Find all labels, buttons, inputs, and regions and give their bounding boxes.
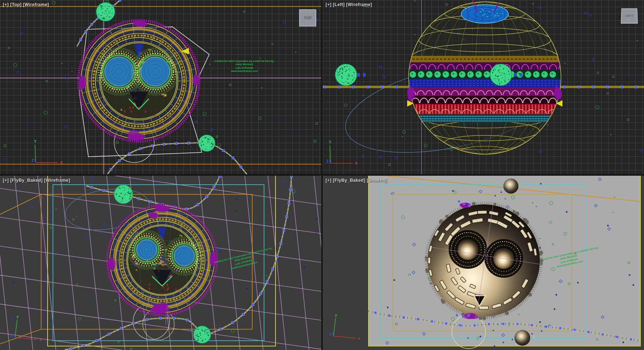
viewport-label[interactable]: [+][Left][Wireframe]	[326, 2, 374, 7]
viewport-camera-wireframe[interactable]: yxz [+][FlyBy_Baked][Wireframe] Created …	[0, 176, 321, 350]
viewport-menu-icon[interactable]: [+]	[326, 178, 332, 183]
svg-text:x: x	[358, 336, 360, 340]
scene-top-wireframe: YXZ	[0, 0, 321, 174]
scene-camera-shaded: yxz	[323, 176, 644, 350]
viewport-camera-shaded[interactable]: yxz [+][FlyBy_Baked][Shaded] Created for…	[323, 176, 644, 350]
viewcube-face-label: LEFT	[625, 14, 634, 18]
quad-viewport-layout: YXZ [+][Top][Wireframe] TOP Created for …	[0, 0, 644, 350]
viewport-left[interactable]: YXZ [+][Left][Wireframe] LEFT	[323, 0, 644, 174]
svg-text:X: X	[60, 160, 63, 165]
scene-left-wireframe: YXZ	[323, 0, 644, 174]
svg-text:z: z	[329, 332, 331, 336]
svg-text:Z: Z	[31, 158, 34, 162]
viewport-label[interactable]: [+][Top][Wireframe]	[3, 2, 50, 7]
viewport-menu-icon[interactable]: [+]	[3, 178, 9, 183]
svg-text:y: y	[335, 313, 337, 317]
viewport-top[interactable]: YXZ [+][Top][Wireframe] TOP Created for …	[0, 0, 321, 174]
scene-camera-wireframe: yxz	[0, 176, 321, 350]
svg-text:z: z	[11, 333, 13, 337]
viewport-view-menu[interactable]: [FlyBy_Baked]	[333, 178, 366, 183]
viewcube[interactable]: TOP	[299, 9, 316, 26]
svg-text:y: y	[16, 314, 19, 319]
viewport-label[interactable]: [+][FlyBy_Baked][Shaded]	[326, 178, 388, 183]
viewcube[interactable]: LEFT	[621, 8, 638, 24]
svg-text:X: X	[355, 161, 358, 165]
svg-text:Y: Y	[329, 140, 332, 144]
svg-text:x: x	[39, 337, 42, 342]
viewport-shading-menu[interactable]: [Wireframe]	[44, 178, 70, 183]
viewport-menu-icon[interactable]: [+]	[3, 2, 9, 7]
viewport-shading-menu[interactable]: [Shaded]	[367, 178, 387, 183]
viewport-grid: YXZ [+][Top][Wireframe] TOP Created for …	[0, 0, 644, 350]
viewcube-face-label: TOP	[304, 16, 312, 20]
viewport-view-menu[interactable]: [Top]	[10, 2, 22, 7]
viewport-view-menu[interactable]: [FlyBy_Baked]	[10, 178, 43, 183]
svg-text:Y: Y	[34, 139, 37, 144]
viewport-view-menu[interactable]: [Left]	[333, 2, 345, 7]
svg-text:Z: Z	[326, 159, 329, 163]
viewport-shading-menu[interactable]: [Wireframe]	[23, 2, 49, 7]
viewport-shading-menu[interactable]: [Wireframe]	[346, 2, 372, 7]
viewport-label[interactable]: [+][FlyBy_Baked][Wireframe]	[3, 178, 72, 183]
viewport-menu-icon[interactable]: [+]	[326, 2, 332, 7]
